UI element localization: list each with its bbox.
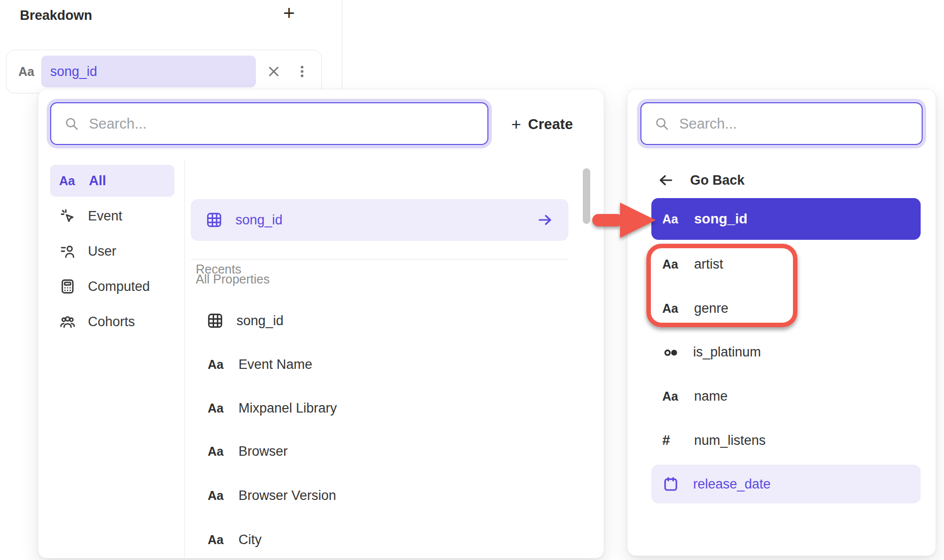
left-search-box — [50, 102, 488, 145]
search-icon — [64, 116, 79, 131]
property-item-browser[interactable]: Aa Browser — [191, 435, 568, 467]
search-icon — [654, 116, 669, 131]
user-icon — [59, 243, 76, 260]
screen: Breakdown + Aa song_id + Create Aa All — [0, 0, 944, 560]
scrollbar-thumb[interactable] — [583, 168, 590, 224]
detail-item-label: song_id — [694, 211, 747, 227]
text-type-icon: Aa — [662, 301, 680, 316]
text-type-icon: Aa — [208, 357, 226, 372]
arrow-left-icon — [657, 172, 674, 189]
computed-icon — [59, 278, 76, 295]
text-type-icon: Aa — [662, 212, 680, 226]
property-picker-panel: + Create Aa All Event User — [38, 89, 604, 559]
number-icon: # — [662, 432, 680, 448]
add-breakdown-button[interactable]: + — [283, 3, 295, 23]
category-list: Aa All Event User Computed — [50, 165, 174, 341]
detail-item-label: num_listens — [694, 433, 766, 448]
detail-item-release-date[interactable]: release_date — [651, 465, 921, 503]
detail-item-genre[interactable]: Aa genre — [651, 292, 921, 324]
detail-item-name[interactable]: Aa name — [651, 380, 921, 412]
detail-item-num-listens[interactable]: # num_listens — [651, 424, 921, 456]
arrow-right-icon[interactable] — [537, 211, 553, 228]
text-type-icon: Aa — [662, 257, 680, 272]
detail-item-label: is_platinum — [693, 345, 761, 360]
detail-item-artist[interactable]: Aa artist — [651, 248, 921, 280]
category-label: All — [89, 173, 106, 189]
property-detail-panel: Go Back Aa song_id Aa artist Aa genre is… — [627, 89, 936, 556]
go-back-button[interactable]: Go Back — [657, 166, 745, 194]
text-type-icon: Aa — [18, 65, 34, 79]
recent-item-song-id[interactable]: song_id — [191, 199, 568, 241]
search-input[interactable] — [88, 115, 474, 133]
category-label: Cohorts — [88, 314, 135, 330]
category-label: Event — [88, 209, 122, 224]
category-all[interactable]: Aa All — [50, 165, 174, 197]
plus-icon: + — [511, 116, 521, 133]
calendar-icon — [662, 476, 679, 492]
breakdown-chip: Aa song_id — [6, 50, 322, 93]
detail-item-label: release_date — [693, 477, 771, 492]
recent-item-label: song_id — [236, 212, 283, 228]
text-type-icon: Aa — [59, 174, 77, 188]
section-divider — [342, 0, 342, 90]
property-label: Browser Version — [238, 488, 336, 503]
property-item-event-name[interactable]: Aa Event Name — [191, 349, 568, 380]
property-item-song-id[interactable]: song_id — [191, 305, 568, 337]
category-user[interactable]: User — [50, 235, 174, 267]
remove-breakdown-icon[interactable] — [266, 64, 282, 79]
chip-label: song_id — [50, 64, 97, 79]
list-divider — [191, 259, 568, 260]
table-grid-icon — [206, 211, 223, 228]
event-icon — [59, 208, 76, 224]
property-item-mixpanel-library[interactable]: Aa Mixpanel Library — [191, 392, 568, 424]
property-label: Browser — [238, 444, 288, 459]
category-label: User — [88, 244, 116, 259]
property-label: City — [238, 532, 262, 548]
detail-item-is-platinum[interactable]: is_platinum — [651, 336, 921, 368]
detail-item-song-id[interactable]: Aa song_id — [651, 198, 921, 240]
text-type-icon: Aa — [208, 444, 226, 459]
property-item-city[interactable]: Aa City — [191, 524, 568, 556]
category-cohorts[interactable]: Cohorts — [50, 306, 174, 338]
breakdown-chip-value[interactable]: song_id — [41, 56, 256, 87]
column-divider — [184, 160, 185, 559]
text-type-icon: Aa — [662, 389, 680, 404]
search-input[interactable] — [678, 115, 909, 133]
category-computed[interactable]: Computed — [50, 271, 174, 302]
right-search-box — [640, 102, 923, 145]
all-properties-heading: All Properties — [196, 272, 270, 286]
property-label: Event Name — [238, 357, 313, 372]
category-event[interactable]: Event — [50, 200, 174, 232]
boolean-icon — [662, 344, 679, 360]
text-type-icon: Aa — [208, 489, 226, 503]
cohorts-icon — [59, 313, 76, 330]
property-label: song_id — [236, 313, 284, 329]
detail-item-label: artist — [694, 257, 723, 272]
property-item-browser-version[interactable]: Aa Browser Version — [191, 480, 568, 511]
create-property-button[interactable]: + Create — [511, 105, 573, 143]
detail-item-label: genre — [694, 301, 728, 316]
chip-menu-icon[interactable] — [295, 63, 310, 80]
text-type-icon: Aa — [208, 533, 226, 547]
text-type-icon: Aa — [208, 401, 226, 416]
category-label: Computed — [88, 279, 150, 294]
create-label: Create — [528, 116, 573, 133]
property-label: Mixpanel Library — [238, 401, 337, 416]
table-grid-icon — [207, 312, 224, 329]
go-back-label: Go Back — [690, 173, 745, 188]
breakdown-title: Breakdown — [20, 8, 92, 23]
detail-item-label: name — [694, 389, 728, 404]
